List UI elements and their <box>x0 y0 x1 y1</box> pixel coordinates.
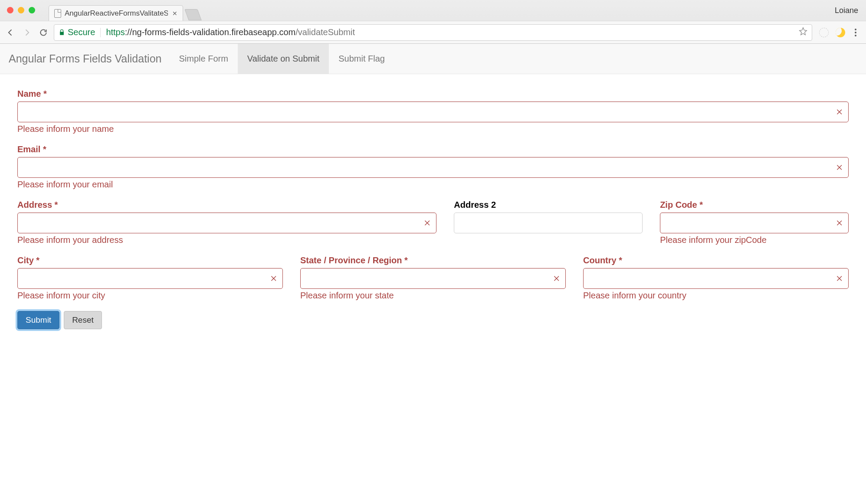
reload-button[interactable] <box>37 26 49 39</box>
required-indicator: * <box>619 255 622 265</box>
browser-tab[interactable]: AngularReactiveFormsValitateS ✕ <box>49 5 183 21</box>
name-input[interactable] <box>17 101 849 122</box>
tab-title: AngularReactiveFormsValitateS <box>65 9 168 18</box>
url-host: ://ng-forms-fields-validation.firebaseap… <box>125 27 296 37</box>
error-icon <box>423 219 431 227</box>
error-icon <box>836 164 843 171</box>
navbar-brand[interactable]: Angular Forms Fields Validation <box>9 44 169 74</box>
field-name: Name * Please inform your name <box>17 89 849 134</box>
new-tab-button[interactable] <box>184 9 201 20</box>
required-indicator: * <box>36 255 39 265</box>
browser-chrome: AngularReactiveFormsValitateS ✕ Loiane S… <box>0 0 866 44</box>
error-icon <box>836 219 843 227</box>
field-address: Address * Please inform your address <box>17 200 436 245</box>
city-label: City * <box>17 255 283 265</box>
field-city: City * Please inform your city <box>17 255 283 301</box>
error-icon <box>553 275 561 282</box>
address-error: Please inform your address <box>17 235 436 245</box>
required-indicator: * <box>43 89 47 98</box>
url-protocol: https <box>106 27 125 37</box>
url-path: /validateSubmit <box>295 27 355 37</box>
address2-label: Address 2 <box>454 200 643 210</box>
country-input[interactable] <box>583 268 849 289</box>
browser-toolbar: Secure https://ng-forms-fields-validatio… <box>0 21 866 43</box>
city-input[interactable] <box>17 268 283 289</box>
form-container: Name * Please inform your name Email * <box>0 74 866 347</box>
bookmark-star-icon[interactable] <box>799 27 807 38</box>
close-tab-icon[interactable]: ✕ <box>172 10 177 17</box>
name-error: Please inform your name <box>17 124 849 134</box>
browser-menu-button[interactable] <box>852 29 859 36</box>
zip-error: Please inform your zipCode <box>660 235 849 245</box>
nav-item-validate-on-submit[interactable]: Validate on Submit <box>238 44 329 74</box>
secure-label: Secure <box>68 27 95 37</box>
country-label: Country * <box>583 255 849 265</box>
address2-input[interactable] <box>454 213 643 233</box>
required-indicator: * <box>404 255 408 265</box>
address-input[interactable] <box>17 213 436 233</box>
state-input[interactable] <box>300 268 566 289</box>
field-state: State / Province / Region * Please infor… <box>300 255 566 301</box>
reset-button[interactable]: Reset <box>64 311 102 329</box>
email-label: Email * <box>17 144 849 154</box>
form-actions: Submit Reset <box>17 311 849 329</box>
city-error: Please inform your city <box>17 291 283 301</box>
close-window-button[interactable] <box>7 7 13 13</box>
lock-icon: Secure <box>59 27 95 37</box>
error-icon <box>270 275 278 282</box>
state-label: State / Province / Region * <box>300 255 566 265</box>
field-country: Country * Please inform your country <box>583 255 849 301</box>
minimize-window-button[interactable] <box>18 7 24 13</box>
state-error: Please inform your state <box>300 291 566 301</box>
fullscreen-window-button[interactable] <box>29 7 35 13</box>
submit-button[interactable]: Submit <box>17 311 59 329</box>
address-bar[interactable]: Secure https://ng-forms-fields-validatio… <box>54 24 812 41</box>
zip-input[interactable] <box>660 213 849 233</box>
required-indicator: * <box>699 200 703 209</box>
moon-extension-icon[interactable] <box>836 28 845 37</box>
name-label: Name * <box>17 89 849 99</box>
country-error: Please inform your country <box>583 291 849 301</box>
profile-name[interactable]: Loiane <box>835 6 858 15</box>
tab-bar: AngularReactiveFormsValitateS ✕ Loiane <box>0 0 866 21</box>
app-navbar: Angular Forms Fields Validation Simple F… <box>0 44 866 74</box>
separator <box>100 28 101 37</box>
window-controls <box>7 7 35 13</box>
extensions <box>817 28 862 37</box>
url: https://ng-forms-fields-validation.fireb… <box>106 27 355 37</box>
field-address2: Address 2 <box>454 200 643 245</box>
extension-icon[interactable] <box>819 28 829 37</box>
email-input[interactable] <box>17 157 849 178</box>
required-indicator: * <box>43 144 46 154</box>
back-button[interactable] <box>4 26 16 39</box>
nav-item-simple-form[interactable]: Simple Form <box>169 44 237 74</box>
forward-button[interactable] <box>21 26 33 39</box>
field-email: Email * Please inform your email <box>17 144 849 190</box>
zip-label: Zip Code * <box>660 200 849 210</box>
error-icon <box>836 275 843 282</box>
email-error: Please inform your email <box>17 180 849 190</box>
error-icon <box>836 108 843 116</box>
nav-item-submit-flag[interactable]: Submit Flag <box>329 44 394 74</box>
field-zip: Zip Code * Please inform your zipCode <box>660 200 849 245</box>
required-indicator: * <box>55 200 58 209</box>
page-icon <box>54 9 61 18</box>
address-label: Address * <box>17 200 436 210</box>
